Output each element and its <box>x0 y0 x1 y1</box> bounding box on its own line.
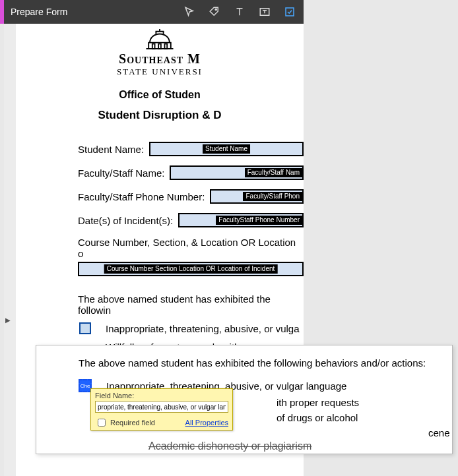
label-incident-dates: Date(s) of Incident(s): <box>78 215 173 226</box>
app-root: ▶ Prepare Form Southeast M <box>0 0 458 476</box>
left-gutter <box>4 0 16 476</box>
input-faculty-phone[interactable]: Faculty/Staff Phon <box>210 189 304 204</box>
svg-point-0 <box>215 9 216 10</box>
zoom-behavior-intro: The above named student has exhibited th… <box>79 357 438 369</box>
svg-rect-3 <box>152 44 155 48</box>
behavior-intro: The above named student has exhibited th… <box>78 293 304 316</box>
field-row-faculty-phone: Faculty/Staff Phone Number: Faculty/Staf… <box>78 189 304 204</box>
zoom-behavior-label: ith proper requests <box>277 395 438 410</box>
label-faculty-phone: Faculty/Staff Phone Number: <box>78 191 205 202</box>
svg-rect-5 <box>164 44 167 48</box>
behavior-label: Inappropriate, threatening, abusive, or … <box>106 323 300 334</box>
university-dome-icon <box>140 28 180 50</box>
pointer-tool-icon[interactable] <box>182 5 197 19</box>
svg-rect-2 <box>286 8 294 16</box>
required-field-option[interactable]: Required field <box>95 417 155 429</box>
behavior-row: Inappropriate, threatening, abusive, or … <box>79 322 304 334</box>
expand-panel-caret-icon[interactable]: ▶ <box>5 316 11 324</box>
zoom-behavior-label: of drugs or alcohol <box>277 410 438 425</box>
field-row-student-name: Student Name: Student Name <box>78 142 304 156</box>
field-tag: Faculty/Staff Phon <box>243 192 302 201</box>
input-student-name[interactable]: Student Name <box>149 142 304 156</box>
required-field-checkbox[interactable] <box>98 419 106 427</box>
label-student-name: Student Name: <box>78 144 144 155</box>
tag-tool-icon[interactable] <box>207 5 222 19</box>
field-name-popup: Field Name: Required field All Propertie… <box>90 388 233 431</box>
field-name-title: Field Name: <box>95 392 228 400</box>
form-title: Student Disruption & D <box>16 109 304 122</box>
field-tag: Faculty/Staff Nam <box>245 168 302 177</box>
label-course-location: Course Number, Section, & Location OR Lo… <box>16 237 304 259</box>
field-row-faculty-name: Faculty/Staff Name: Faculty/Staff Nam <box>78 165 304 180</box>
text-frame-tool-icon[interactable] <box>257 5 272 19</box>
zoom-behavior-label: cene conduct <box>277 425 438 440</box>
checkbox-field[interactable] <box>79 322 91 334</box>
office-line: Office of Studen <box>16 89 304 101</box>
selected-checkbox-field[interactable]: Che <box>79 379 92 392</box>
input-faculty-name[interactable]: Faculty/Staff Nam <box>170 165 304 180</box>
toolbar-title: Prepare Form <box>11 7 67 17</box>
checkbox-tool-icon[interactable] <box>282 5 297 19</box>
required-field-label: Required field <box>110 419 155 427</box>
all-properties-link[interactable]: All Properties <box>185 419 228 427</box>
input-course-location[interactable]: Course Number Section Location OR Locati… <box>78 262 304 276</box>
zoom-struck-line: Academic dishonesty or plagiarism <box>79 440 438 452</box>
field-tag: Course Number Section Location OR Locati… <box>104 264 278 274</box>
label-faculty-name: Faculty/Staff Name: <box>78 167 164 179</box>
prepare-form-toolbar: Prepare Form <box>4 0 304 24</box>
field-tag: FacultyStaff Phone Number <box>216 216 302 225</box>
svg-rect-4 <box>158 44 161 48</box>
form-fields: Student Name: Student Name Faculty/Staff… <box>16 142 304 227</box>
checkbox-badge: Che <box>81 383 90 389</box>
university-subtitle: STATE UNIVERSI <box>16 67 304 77</box>
university-name: Southeast M <box>16 51 304 67</box>
input-incident-dates[interactable]: FacultyStaff Phone Number <box>178 213 304 227</box>
field-row-dates: Date(s) of Incident(s): FacultyStaff Pho… <box>78 213 304 227</box>
field-name-input[interactable] <box>95 401 228 413</box>
text-field-tool-icon[interactable] <box>232 5 247 19</box>
field-tag: Student Name <box>203 144 250 154</box>
